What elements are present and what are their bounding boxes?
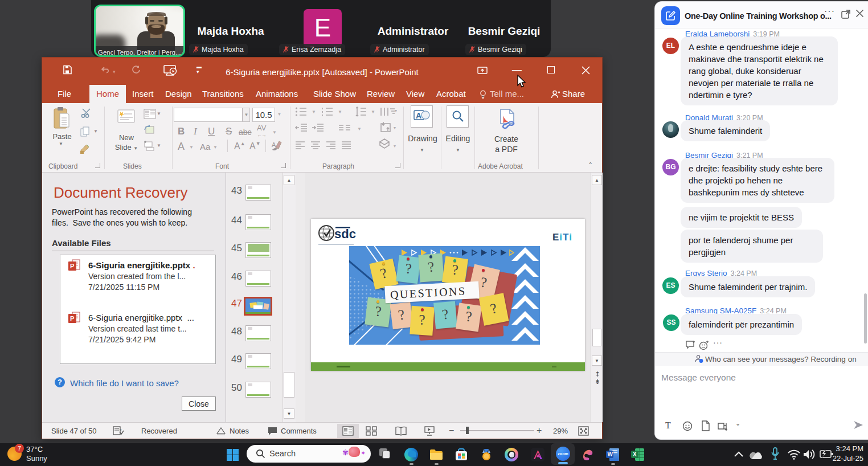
svg-text:▼: ▼ <box>338 109 342 115</box>
svg-text:▼: ▼ <box>357 126 362 132</box>
svg-text:A: A <box>272 141 276 148</box>
svg-text:▼: ▼ <box>371 109 375 115</box>
svg-text:P: P <box>70 263 74 269</box>
svg-text:A: A <box>416 111 421 120</box>
svg-text:▾: ▾ <box>394 144 396 149</box>
svg-text:▼: ▼ <box>312 109 316 115</box>
svg-text:x: x <box>120 428 122 432</box>
svg-text:X: X <box>633 451 637 457</box>
svg-text:W: W <box>608 451 613 457</box>
svg-text:▾: ▾ <box>395 108 397 113</box>
svg-text:▾: ▾ <box>394 125 396 130</box>
svg-text:P: P <box>70 315 74 322</box>
svg-text:sdc: sdc <box>334 227 356 241</box>
